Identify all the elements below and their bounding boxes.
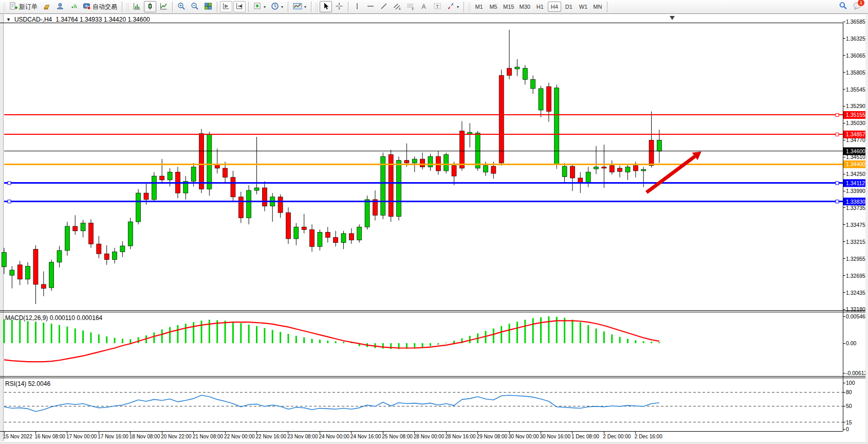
time-tick-label: 28 Nov 00:00 xyxy=(414,434,445,439)
candle xyxy=(231,171,235,202)
candle xyxy=(183,176,188,200)
candle xyxy=(302,214,306,234)
price-tick-label: 1.33215 xyxy=(846,239,865,245)
candle xyxy=(238,192,243,223)
candle xyxy=(594,146,599,174)
rsi-tick-label: 100 xyxy=(846,380,855,386)
candle xyxy=(278,194,283,218)
candle xyxy=(515,59,520,76)
macd-signal-line xyxy=(4,321,659,362)
candle xyxy=(104,245,109,265)
price-tick-label: 1.36585 xyxy=(846,19,865,25)
time-tick-label: 15 Nov 2022 xyxy=(3,434,32,439)
candle xyxy=(247,185,251,224)
time-tick-label: 24 Nov 16:00 xyxy=(350,434,381,439)
price-tick-label: 1.36065 xyxy=(846,52,865,59)
candle xyxy=(365,196,370,229)
price-tick-label: 1.36325 xyxy=(846,35,865,42)
price-level-badge-label: 1.35155 xyxy=(846,112,865,118)
candle xyxy=(33,245,38,304)
candle xyxy=(17,261,22,285)
price-level-badge-label: 1.34112 xyxy=(846,180,865,186)
rsi-tick-label: 0 xyxy=(846,426,849,432)
candle xyxy=(73,215,78,235)
macd-tick-label: -0.006124 xyxy=(846,370,868,376)
time-tick-label: 23 Nov 08:00 xyxy=(287,434,318,439)
rsi-line xyxy=(4,395,659,412)
price-level-badge-label: 1.34400 xyxy=(846,161,865,167)
window-right-edge xyxy=(865,14,868,444)
time-tick-label: 29 Nov 08:00 xyxy=(477,434,508,439)
candle xyxy=(318,229,322,251)
candle xyxy=(160,159,164,184)
chart-shift-marker[interactable] xyxy=(670,16,675,20)
candle xyxy=(397,156,401,220)
price-tick-label: 1.32695 xyxy=(846,273,865,279)
price-tick-label: 1.32180 xyxy=(846,306,865,312)
price-tick-label: 1.35290 xyxy=(846,103,865,109)
time-tick-label: 28 Nov 16:00 xyxy=(445,434,476,439)
macd-tick-label: 0.005469 xyxy=(846,313,868,319)
macd-tick-label: 0.00 xyxy=(846,340,857,346)
time-tick-label: 22 Nov 16:00 xyxy=(256,434,287,439)
candle xyxy=(97,236,101,258)
time-tick-label: 22 Nov 00:00 xyxy=(224,434,255,439)
line-handle[interactable] xyxy=(8,200,11,203)
candle xyxy=(562,163,567,183)
rsi-tick-label: 15 xyxy=(846,419,852,425)
candle xyxy=(41,271,46,296)
line-handle[interactable] xyxy=(836,182,839,185)
candle xyxy=(625,164,630,180)
candle xyxy=(555,84,559,169)
candle xyxy=(113,248,117,263)
candle xyxy=(468,123,472,147)
time-tick-label: 20 Nov 22:00 xyxy=(161,434,192,439)
candle xyxy=(128,218,133,249)
candle xyxy=(641,167,646,187)
candle xyxy=(2,248,7,274)
time-tick-label: 24 Nov 00:00 xyxy=(319,434,349,439)
candle xyxy=(531,76,535,94)
candle xyxy=(452,162,456,185)
candle xyxy=(507,30,512,79)
candle xyxy=(215,149,219,173)
candle xyxy=(570,164,575,191)
candle xyxy=(341,231,346,250)
candle xyxy=(57,246,62,268)
time-tick-label: 30 Nov 00:00 xyxy=(508,434,539,439)
time-tick-label: 2 Dec 00:00 xyxy=(603,434,631,439)
price-level-badge-label: 1.33830 xyxy=(846,199,865,205)
price-tick-label: 1.33475 xyxy=(846,222,865,228)
time-tick-label: 21 Nov 08:00 xyxy=(193,434,224,439)
candle xyxy=(334,231,338,246)
time-tick-label: 17 Nov 16:00 xyxy=(98,434,128,439)
candle xyxy=(49,260,54,291)
candle xyxy=(523,65,527,84)
candle xyxy=(373,190,377,220)
candle xyxy=(420,152,425,169)
candle xyxy=(152,172,156,202)
candle xyxy=(65,222,69,256)
line-handle[interactable] xyxy=(836,113,839,116)
candle xyxy=(546,83,551,122)
line-handle[interactable] xyxy=(8,182,11,185)
chart-area[interactable]: 1.365851.363251.360651.358051.355451.352… xyxy=(0,0,868,444)
candle xyxy=(586,167,590,187)
price-tick-label: 1.34250 xyxy=(846,171,865,177)
price-tick-label: 1.32955 xyxy=(846,256,865,262)
time-tick-label: 16 Nov 08:00 xyxy=(34,434,65,439)
line-handle[interactable] xyxy=(836,200,839,203)
line-handle[interactable] xyxy=(836,133,839,136)
candle xyxy=(389,150,393,222)
rsi-tick-label: 80 xyxy=(846,389,852,395)
candle xyxy=(81,220,85,237)
price-level-badge-label: 1.34857 xyxy=(846,131,865,137)
candle xyxy=(120,241,125,257)
candle xyxy=(539,86,543,117)
price-tick-label: 1.35545 xyxy=(846,86,865,93)
candle xyxy=(254,137,259,194)
candle xyxy=(436,151,440,175)
time-tick-label: 25 Nov 08:00 xyxy=(382,434,413,439)
time-tick-label: 30 Nov 16:00 xyxy=(540,434,570,439)
time-tick-label: 1 Dec 08:00 xyxy=(571,434,599,439)
